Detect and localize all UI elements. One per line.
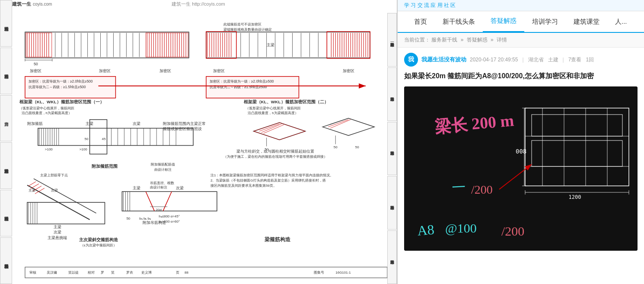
svg-text:2、当梁纵筋（不包括侧面G打头的构造筋及架立筋）采用绑扎搭接: 2、当梁纵筋（不包括侧面G打头的构造筋及架立筋）采用绑扎搭接长时，搭 [210, 179, 326, 182]
nav-headlines[interactable]: 新干线头条 [435, 11, 483, 32]
svg-text:次梁: 次梁 [176, 186, 184, 190]
svg-text:（为便于施工，梁在柱内的箍筋在现场可用两个半套箍搭接或焊接）: （为便于施工，梁在柱内的箍筋在现场可用两个半套箍搭接或焊接） [223, 155, 327, 159]
svg-text:一: 一 [451, 179, 466, 195]
user-avatar: 我 [404, 53, 418, 67]
reply-count: 1回 [586, 56, 594, 64]
svg-text:（弧形梁沿梁中心线展开，箍筋间距: （弧形梁沿梁中心线展开，箍筋间距 [19, 106, 74, 110]
sidebar-right-3: 标准构造详图 [387, 122, 397, 176]
svg-text:加密区: 加密区 [159, 69, 171, 73]
svg-text:审核: 审核 [29, 271, 36, 274]
svg-text:抗震等级为二～四级：≥1.5hb且≥500: 抗震等级为二～四级：≥1.5hb且≥500 [210, 85, 267, 89]
svg-text:50: 50 [85, 137, 89, 141]
social-bar: 学 习 交 流 应 用 社 区 [398, 0, 644, 11]
user-info-row: 我 我愿生活没有波动 2020-04-17 20:49:55 | 湖北省 土建 … [404, 53, 638, 67]
svg-text:88: 88 [185, 271, 188, 274]
svg-text:吴汉镛: 吴汉镛 [47, 271, 57, 274]
svg-text:50: 50 [126, 217, 130, 220]
question-title: 如果梁长20m 箍筋间距为A8@100/200,怎么算加密区和非加密 [404, 71, 638, 81]
nav-training[interactable]: 培训学习 [524, 11, 566, 32]
svg-text:>100: >100 [45, 147, 53, 151]
svg-text:（s为次梁中箍筋间距）: （s为次梁中箍筋间距） [80, 243, 117, 247]
blueprint-panel: 建筑一生 coyis.com 建筑一生 http://coyis.com 标准构… [0, 0, 398, 284]
svg-text:加密区: 加密区 [343, 69, 354, 73]
svg-text:附加箍筋范围: 附加箍筋范围 [92, 164, 118, 169]
breadcrumb-qa[interactable]: 答疑解惑 [467, 37, 488, 43]
svg-text:1200: 1200 [569, 194, 581, 200]
view-count: 7查看 [568, 56, 582, 64]
svg-text:（弧形梁沿梁中心线展开，箍筋间距: （弧形梁沿梁中心线展开，箍筋间距 [245, 106, 301, 110]
svg-text:罗衣: 罗衣 [126, 271, 133, 274]
blueprint-svg: 50 加密区 加密区 加密区 加密区：抗震等级为一级：≥2.0hb且≥500 抗… [12, 9, 387, 284]
site-url: 建筑一生 http://coyis.com [172, 1, 225, 7]
annotation-image: 梁长 200 m 008 [404, 86, 638, 251]
svg-text:主梁: 主梁 [267, 43, 274, 47]
svg-text:次梁: 次梁 [54, 230, 61, 234]
svg-text:梁与方柱斜交，或与圆柱相交时箍筋起始位置: 梁与方柱斜交，或与圆柱相交时箍筋起始位置 [236, 149, 314, 153]
sidebar-right-4: 标准构造详图 [387, 176, 397, 230]
right-panel: 学 习 交 流 应 用 社 区 首页 新干线头条 答疑解惑 培训学习 建筑课堂 … [398, 0, 644, 284]
logo-sub: coyis.com [33, 2, 52, 6]
svg-text:50: 50 [34, 62, 38, 66]
svg-text:/200: /200 [471, 183, 493, 196]
svg-text:吊筋直径、根数: 吊筋直径、根数 [150, 181, 174, 185]
svg-text:50: 50 [355, 145, 359, 149]
svg-text:主次梁斜交箍筋构造: 主次梁斜交箍筋构造 [79, 237, 118, 242]
breadcrumb-sep-1: » [461, 37, 465, 43]
breadcrumb: 当前位置： 服务新干线 » 答疑解惑 » 详情 [398, 33, 644, 48]
svg-text:笑以徒: 笑以徒 [68, 271, 79, 274]
nav-courses[interactable]: 建筑课堂 [566, 11, 607, 32]
svg-text:主梁悬挑端: 主梁悬挑端 [48, 236, 67, 240]
svg-text:次梁: 次梁 [51, 188, 58, 192]
svg-text:史义博: 史义博 [141, 271, 152, 274]
sidebar-label-3: 剪力墙 [0, 95, 12, 142]
svg-text:主梁: 主梁 [54, 225, 61, 229]
svg-text:加密区: 加密区 [99, 69, 111, 73]
nav-more[interactable]: 人... [607, 11, 635, 32]
svg-text:16G101-1: 16G101-1 [335, 271, 351, 274]
nav-qa[interactable]: 答疑解惑 [483, 11, 524, 32]
sidebar-labels-left: 标准构造详图 标准构造详图 剪力墙 标准梁构造详图 标准构造详图板 楼板相关构造… [0, 0, 12, 284]
post-date: 2020-04-17 20:49:55 [470, 57, 518, 63]
svg-text:箍筋或加密区箍筋照设: 箍筋或加密区箍筋照设 [163, 127, 202, 131]
sidebar-label-1: 标准构造详图 [0, 0, 12, 47]
svg-text:50: 50 [265, 147, 268, 151]
svg-text:45: 45 [102, 137, 106, 141]
svg-text:008: 008 [516, 148, 526, 155]
svg-text:页: 页 [176, 271, 179, 274]
logo-bar: 建筑一生 coyis.com [12, 1, 52, 7]
content-area[interactable]: 我 我愿生活没有波动 2020-04-17 20:49:55 | 湖北省 土建 … [398, 48, 644, 284]
username[interactable]: 我愿生活没有波动 [421, 56, 466, 64]
svg-text:主梁: 主梁 [86, 121, 93, 126]
svg-text:20d: 20d [156, 208, 162, 212]
svg-text:/200: /200 [501, 224, 524, 238]
sidebar-label-2: 标准构造详图 [0, 48, 12, 94]
sidebar-label-5: 标准构造详图板 [0, 190, 12, 236]
top-nav[interactable]: 首页 新干线头条 答疑解惑 培训学习 建筑课堂 人... [398, 11, 644, 33]
svg-text:沿凸面线量度，h为梁截面高度）: 沿凸面线量度，h为梁截面高度） [248, 111, 298, 115]
svg-text:笑: 笑 [111, 271, 115, 274]
svg-text:由设计标注: 由设计标注 [150, 185, 167, 189]
svg-text:注1：本图框架梁箍筋加密区范围同样适用于框架梁与剪力墙平面内: 注1：本图框架梁箍筋加密区范围同样适用于框架梁与剪力墙平面内连接的情况。 [210, 173, 333, 177]
svg-text:主梁上部筋零下点: 主梁上部筋零下点 [40, 173, 68, 177]
svg-text:框架梁（KL、WKL）箍筋加密区范围（一）: 框架梁（KL、WKL）箍筋加密区范围（一） [19, 99, 104, 104]
svg-text:主梁: 主梁 [133, 186, 140, 190]
sidebar-right-1: 标准一般构造详图 [387, 13, 397, 67]
social-bar-text: 学 习 交 流 应 用 社 区 [404, 2, 456, 9]
svg-text:罗: 罗 [101, 271, 104, 274]
sidebar-labels-right: 标准一般构造详图 标准构造详图 标准构造详图 标准构造详图 标准构造详图 [387, 13, 397, 284]
user-job: 土建 [548, 56, 558, 64]
nav-home[interactable]: 首页 [406, 11, 435, 32]
svg-text:附加箍筋: 附加箍筋 [27, 121, 43, 126]
svg-text:b₁ b₁ b₁: b₁ b₁ b₁ [139, 217, 151, 220]
svg-text:50: 50 [334, 145, 338, 149]
svg-text:h₁≤800  α=45°: h₁≤800 α=45° [159, 214, 180, 218]
breadcrumb-service[interactable]: 服务新干线 [431, 37, 457, 43]
svg-text:主梁: 主梁 [29, 188, 35, 192]
user-province: 湖北省 [528, 56, 544, 64]
svg-text:校对: 校对 [87, 271, 95, 274]
svg-text:接区内箍筋至及间距要求见本图集第59页。: 接区内箍筋至及间距要求见本图集第59页。 [210, 184, 277, 188]
logo-text: 建筑一生 [12, 1, 31, 7]
svg-text:沿凸面线量度，h为梁截面高度）: 沿凸面线量度，h为梁截面高度） [22, 111, 72, 115]
svg-text:框架梁（KL、WKL）箍筋加密区范围（二）: 框架梁（KL、WKL）箍筋加密区范围（二） [243, 99, 328, 104]
svg-text:附加箍筋配筋值: 附加箍筋配筋值 [151, 163, 175, 166]
